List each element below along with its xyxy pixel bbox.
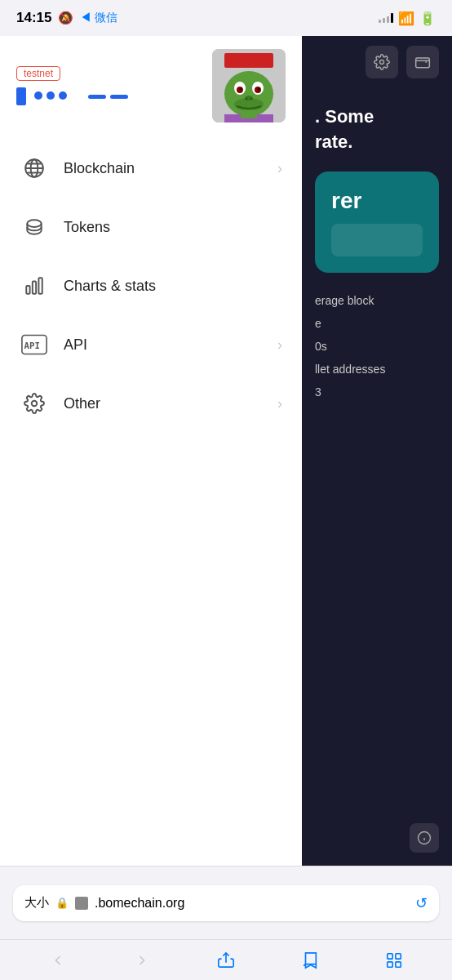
sidebar-item-other[interactable]: Other › <box>0 374 302 433</box>
svg-rect-21 <box>38 278 42 294</box>
svg-point-24 <box>32 401 38 407</box>
forward-button[interactable] <box>124 942 160 978</box>
mute-icon: 🔕 <box>58 11 73 25</box>
api-chevron: › <box>277 336 282 354</box>
browser-chrome: 大小 🔒 .bomechain.org ↺ <box>0 866 452 939</box>
svg-point-18 <box>27 220 41 227</box>
svg-rect-34 <box>395 961 400 966</box>
nav-menu: Blockchain › Tokens <box>0 131 302 866</box>
testnet-badge: testnet <box>16 66 60 81</box>
svg-rect-32 <box>395 953 400 958</box>
logo-dashes <box>34 91 128 101</box>
gear-icon <box>20 389 49 418</box>
blockchain-label: Blockchain <box>64 160 277 177</box>
svg-text:API: API <box>24 341 40 351</box>
tabs-button[interactable] <box>376 942 412 978</box>
stat-block-value-1: 0s <box>315 335 439 358</box>
svg-rect-14 <box>241 110 257 118</box>
sidebar-item-blockchain[interactable]: Blockchain › <box>0 139 302 198</box>
right-panel: . Some rate. rer erage block e 0s llet a… <box>302 36 452 866</box>
blockchain-chevron: › <box>277 160 282 177</box>
svg-rect-33 <box>387 961 392 966</box>
stat-block-value-2: 3 <box>315 381 439 403</box>
status-bar: 14:15 🔕 ◀ 微信 📶 🔋 <box>0 0 452 36</box>
tokens-label: Tokens <box>64 219 282 236</box>
sidebar-item-charts[interactable]: Charts & stats <box>0 256 302 315</box>
battery-icon: 🔋 <box>419 11 436 26</box>
url-domain: .bomechain.org <box>95 896 409 911</box>
other-chevron: › <box>277 395 282 412</box>
share-button[interactable] <box>208 942 244 978</box>
teal-input[interactable] <box>331 224 423 256</box>
logo-icon <box>16 87 26 105</box>
bookmarks-button[interactable] <box>292 942 328 978</box>
svg-rect-1 <box>224 53 273 68</box>
right-content: . Some rate. rer erage block e 0s llet a… <box>302 88 452 420</box>
text-size-control[interactable]: 大小 <box>24 895 49 911</box>
main-area: testnet <box>0 36 452 866</box>
avatar <box>212 49 286 122</box>
right-stats: erage block e 0s llet addresses 3 <box>315 289 439 403</box>
logo-blocks <box>16 87 128 105</box>
status-right: 📶 🔋 <box>379 11 436 26</box>
svg-rect-19 <box>26 286 29 294</box>
drawer: testnet <box>0 36 302 866</box>
api-label: API <box>64 336 277 354</box>
refresh-icon[interactable]: ↺ <box>415 894 428 912</box>
status-time: 14:15 <box>16 10 51 26</box>
lock-icon: 🔒 <box>55 897 69 909</box>
bottom-toolbar <box>0 939 452 980</box>
drawer-logo-area: testnet <box>16 66 128 105</box>
svg-point-8 <box>240 88 242 91</box>
svg-rect-31 <box>387 953 392 958</box>
stat-block-label-3: llet addresses <box>315 358 439 381</box>
stat-block-label-2: e <box>315 312 439 335</box>
signal-icon <box>379 13 393 23</box>
charts-label: Charts & stats <box>64 278 282 295</box>
wallet-icon-btn[interactable] <box>406 46 439 78</box>
sidebar-item-tokens[interactable]: Tokens <box>0 198 302 256</box>
svg-point-12 <box>250 98 253 100</box>
svg-point-9 <box>258 88 260 91</box>
other-label: Other <box>64 395 277 412</box>
stat-block-label-1: erage block <box>315 289 439 312</box>
url-bar[interactable]: 大小 🔒 .bomechain.org ↺ <box>13 885 439 921</box>
svg-point-25 <box>380 60 384 65</box>
globe-icon <box>20 154 49 183</box>
favicon <box>75 897 88 910</box>
teal-title: rer <box>331 188 423 214</box>
right-teal-box: rer <box>315 172 439 273</box>
svg-rect-26 <box>416 58 430 68</box>
right-top-bar <box>302 36 452 88</box>
back-label[interactable]: ◀ 微信 <box>80 11 117 25</box>
sidebar-item-api[interactable]: API API › <box>0 315 302 374</box>
svg-rect-20 <box>33 282 36 294</box>
info-icon-btn[interactable] <box>410 823 439 853</box>
api-icon: API <box>20 330 49 359</box>
settings-icon-btn[interactable] <box>366 46 398 78</box>
back-button[interactable] <box>40 942 76 978</box>
chart-icon <box>20 271 49 301</box>
svg-point-11 <box>246 98 248 100</box>
coins-icon <box>20 212 49 242</box>
drawer-header: testnet <box>0 36 302 131</box>
right-partial-text: . Some rate. <box>315 105 439 155</box>
wifi-icon: 📶 <box>398 11 414 26</box>
